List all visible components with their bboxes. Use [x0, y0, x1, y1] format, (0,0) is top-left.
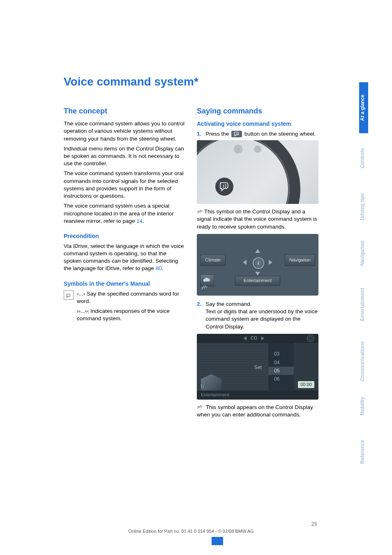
tab-entertainment[interactable]: Entertainment	[359, 275, 368, 333]
idrive-menu-image: Climate Navigation Entertainment i	[197, 234, 318, 296]
steering-wheel-image	[197, 140, 318, 204]
step-1: 1. Press the button on the steering whee…	[197, 130, 318, 138]
link-page-14[interactable]: 14	[136, 218, 143, 224]
concept-p3: The voice command system transforms your…	[64, 170, 185, 200]
tab-controls[interactable]: Controls	[359, 136, 368, 180]
gear-icon	[307, 335, 314, 342]
menu-navigation-tile: Navigation	[285, 254, 315, 266]
cd-set-label: Set	[254, 364, 262, 371]
page-number: 23	[64, 521, 318, 527]
cd-tr-label: Tr	[200, 384, 204, 390]
cd-prev-icon	[244, 336, 247, 340]
cd-track-06: 06	[268, 375, 294, 383]
concept-p4: The voice command system uses a special …	[64, 202, 185, 225]
tab-communications[interactable]: Communications	[359, 329, 368, 393]
step-2-line-2: Text or digits that are understood by th…	[205, 308, 317, 329]
side-tabs: At a glance Controls Driving tips Naviga…	[359, 0, 392, 555]
heading-precondition: Precondition	[64, 232, 185, 240]
concept-p2: Individual menu items on the Control Dis…	[64, 145, 185, 168]
symbol-row-1: ›...‹ Say the specified commands word fo…	[64, 290, 185, 325]
cd-bottom-label: Entertainment	[197, 391, 318, 400]
tab-navigation[interactable]: Navigation	[359, 228, 368, 278]
additional-commands-paragraph: This symbol appears on the Control Displ…	[197, 404, 318, 419]
tab-at-a-glance[interactable]: At a glance	[359, 82, 368, 133]
precondition-p: Via iDrive, select the language in which…	[64, 243, 185, 273]
tab-mobility[interactable]: Mobility	[359, 384, 368, 428]
symbol-text-1: ›...‹ Say the specified commands word fo…	[77, 290, 185, 305]
cd-next-icon	[261, 336, 264, 340]
cd-track-05: 05	[268, 367, 294, 375]
voice-wave-icon	[197, 209, 203, 215]
menu-voice-wave-icon	[201, 285, 208, 292]
steering-voice-button-icon	[215, 178, 233, 196]
footer-text: Online Edition for Part no. 01 41 0 014 …	[64, 528, 318, 534]
page-footer: 23 Online Edition for Part no. 01 41 0 0…	[64, 521, 318, 534]
step-2-line-1: Say the command.	[205, 301, 252, 307]
step-2: 2. Say the command. Text or digits that …	[197, 301, 318, 331]
left-column: The concept The voice command system all…	[64, 106, 185, 421]
heading-saying-commands: Saying commands	[197, 106, 318, 116]
page-title: Voice command system*	[64, 74, 318, 90]
menu-info-icon: i	[253, 257, 264, 269]
tab-driving-tips[interactable]: Driving tips	[359, 181, 368, 233]
link-page-80[interactable]: 80	[156, 265, 162, 271]
menu-climate-tile: Climate	[200, 254, 226, 266]
concept-p1: The voice command system allows you to c…	[64, 120, 185, 143]
cd-time: 00:00	[298, 381, 314, 388]
voice-wave-icon-2	[197, 405, 203, 410]
right-column: Saying commands Activating voice command…	[197, 106, 318, 421]
cd-label: CD	[251, 335, 257, 341]
voice-button-icon	[231, 131, 242, 137]
heading-symbols: Symbols in the Owner's Manual	[64, 280, 185, 288]
menu-center-control: i	[245, 250, 270, 275]
voice-ready-paragraph: This symbol on the Control Display and a…	[197, 208, 318, 231]
page-marker	[212, 537, 223, 545]
symbol-text-2: ››...‹‹ Indicates responses of the voice…	[77, 308, 185, 322]
heading-activating: Activating voice command system	[197, 120, 318, 128]
cd-display-image: CD Set 03 04 05 06	[197, 334, 318, 400]
cd-track-list: 03 04 05 06	[268, 343, 294, 391]
heading-the-concept: The concept	[64, 106, 185, 116]
menu-entertainment-tile: Entertainment	[235, 276, 280, 286]
cd-track-04: 04	[268, 358, 294, 367]
cd-track-03: 03	[268, 350, 294, 358]
tab-reference[interactable]: Reference	[359, 428, 368, 476]
voice-bubble-icon	[64, 290, 74, 325]
